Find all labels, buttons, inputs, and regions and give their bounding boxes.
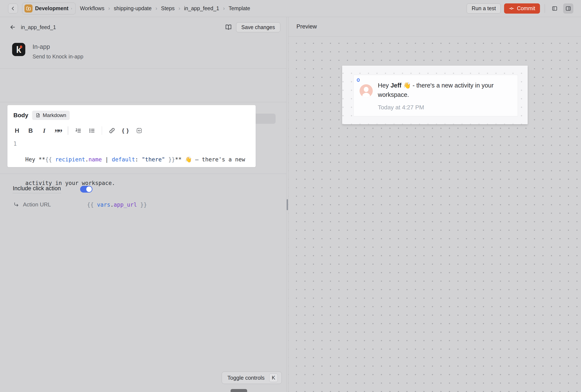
topbar-right: Run a test Commit <box>467 3 573 13</box>
body-code-editor[interactable]: 1 Hey **{{ recipient.name | default: "th… <box>14 140 250 203</box>
quote-icon[interactable]: ”” <box>54 126 62 135</box>
step-name: in_app_feed_1 <box>21 24 56 30</box>
environment-folder-icon <box>24 4 32 12</box>
breadcrumb-separator-icon: › <box>108 5 110 11</box>
keyboard-shortcut-badge: K <box>269 374 278 382</box>
environment-label: Development <box>35 5 68 11</box>
breadcrumb-workflow-name[interactable]: shipping-update <box>114 5 152 11</box>
chevron-left-icon <box>10 6 16 11</box>
breadcrumb-separator-icon: › <box>223 5 224 11</box>
toolbar-divider <box>68 126 68 135</box>
action-url-value[interactable]: {{ vars.app_url }} <box>87 202 147 208</box>
breadcrumb-separator-icon: › <box>178 5 180 11</box>
section-divider <box>0 68 286 69</box>
commit-button[interactable]: Commit <box>504 3 540 13</box>
breadcrumb-workflows[interactable]: Workflows <box>80 5 104 11</box>
environment-switcher[interactable]: Development › <box>22 2 76 14</box>
panel-left-icon <box>552 5 558 11</box>
panel-resize-handle[interactable] <box>287 199 288 210</box>
toolbar-divider <box>102 126 102 135</box>
link-icon[interactable] <box>108 126 116 135</box>
breadcrumb: Workflows › shipping-update › Steps › in… <box>80 5 250 11</box>
toggle-controls-button[interactable]: Toggle controls K <box>222 372 282 384</box>
section-divider <box>0 102 286 102</box>
git-commit-icon <box>509 6 514 11</box>
avatar <box>360 84 373 97</box>
topbar: Development › Workflows › shipping-updat… <box>0 0 581 17</box>
editor-back-button[interactable] <box>8 23 17 31</box>
bold-icon[interactable]: B <box>27 126 34 135</box>
action-url-label: Action URL <box>23 201 51 208</box>
action-url-row: Action URL {{ vars.app_url }} <box>13 201 147 208</box>
template-editor-panel: in_app_feed_1 Save changes k In-app Send… <box>0 17 286 392</box>
breadcrumb-steps[interactable]: Steps <box>161 5 175 11</box>
editor-header: in_app_feed_1 Save changes <box>8 21 280 33</box>
toggle-knob <box>86 186 92 192</box>
bottom-peek-element <box>230 389 247 392</box>
format-badge[interactable]: Markdown <box>32 111 70 120</box>
docs-button[interactable] <box>224 22 233 32</box>
avatar-person-icon <box>364 87 368 92</box>
body-editor-card: Body Markdown H B I ”” <box>8 105 256 167</box>
channel-block: k In-app Send to Knock in-app <box>12 43 83 60</box>
editor-toolbar: H B I ”” { } <box>14 126 250 135</box>
click-action-row: Include click action <box>13 185 92 193</box>
return-arrow-icon <box>13 202 20 208</box>
section-divider <box>0 174 286 174</box>
italic-icon[interactable]: I <box>40 126 48 135</box>
code-line: Hey **{{ recipient.name | default: "ther… <box>25 156 245 163</box>
toggle-left-panel-button[interactable] <box>550 3 560 13</box>
line-number: 1 <box>14 140 25 203</box>
app-root: Development › Workflows › shipping-updat… <box>0 0 581 392</box>
heading-icon[interactable]: H <box>14 126 20 135</box>
main-split: in_app_feed_1 Save changes k In-app Send… <box>0 17 581 392</box>
topbar-divider <box>545 4 545 13</box>
panel-right-icon <box>565 5 571 11</box>
breadcrumb-template[interactable]: Template <box>229 5 250 11</box>
save-changes-button[interactable]: Save changes <box>236 22 280 32</box>
ordered-list-icon[interactable] <box>74 126 82 135</box>
preview-canvas: Hey Jeff 👋 - there's a new activity in y… <box>288 36 581 392</box>
preview-header: Preview <box>288 17 581 36</box>
unordered-list-icon[interactable] <box>88 126 96 135</box>
knock-logo: k <box>12 43 25 56</box>
click-action-label: Include click action <box>13 185 61 193</box>
notification-message: Hey Jeff 👋 - there's a new activity in y… <box>378 81 505 99</box>
notification-preview-card[interactable]: Hey Jeff 👋 - there's a new activity in y… <box>354 75 518 116</box>
toggle-controls-label: Toggle controls <box>228 375 264 381</box>
back-button[interactable] <box>8 3 18 13</box>
preview-title: Preview <box>296 23 317 30</box>
run-test-button[interactable]: Run a test <box>467 3 501 13</box>
topbar-left: Development › Workflows › shipping-updat… <box>8 2 250 14</box>
commit-button-label: Commit <box>517 5 535 11</box>
notification-timestamp: Today at 4:27 PM <box>378 104 424 111</box>
click-action-toggle[interactable] <box>80 186 92 193</box>
preview-panel: Preview Hey Jeff 👋 - there's a new activ… <box>288 17 581 392</box>
markdown-file-icon <box>36 113 40 118</box>
arrow-left-icon <box>10 24 16 30</box>
channel-title: In-app <box>32 43 83 50</box>
format-badge-label: Markdown <box>43 112 66 118</box>
chevron-right-icon: › <box>71 6 72 10</box>
book-icon <box>225 24 232 30</box>
unread-indicator <box>357 78 360 82</box>
code-content: Hey **{{ recipient.name | default: "ther… <box>25 140 245 203</box>
knock-logo-dot <box>20 45 22 48</box>
braces-icon[interactable]: { } <box>122 126 129 135</box>
breadcrumb-step-name[interactable]: in_app_feed_1 <box>184 5 219 11</box>
panel-resize-gutter[interactable] <box>286 17 288 392</box>
toggle-right-panel-button[interactable] <box>563 3 573 13</box>
breadcrumb-separator-icon: › <box>155 5 157 11</box>
channel-subtitle: Send to Knock in-app <box>32 53 83 60</box>
code-block-icon[interactable] <box>136 126 143 135</box>
channel-text: In-app Send to Knock in-app <box>32 43 83 60</box>
feed-preview-surface: Hey Jeff 👋 - there's a new activity in y… <box>342 66 528 124</box>
body-editor-header: Body Markdown <box>14 111 250 120</box>
body-label: Body <box>14 112 28 119</box>
